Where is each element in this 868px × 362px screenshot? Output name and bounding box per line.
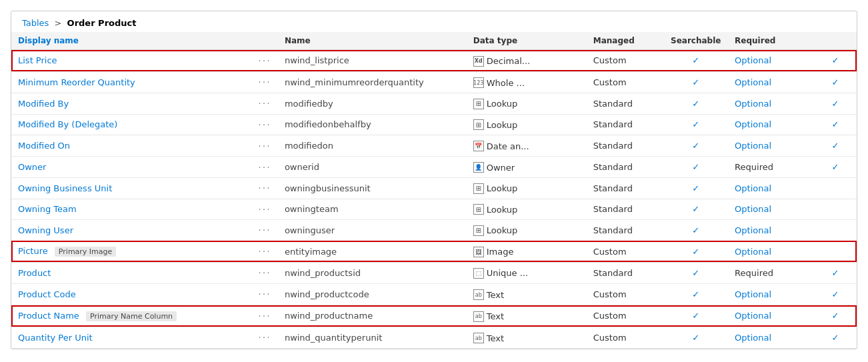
cell-dots[interactable]: ··· xyxy=(251,220,278,241)
type-icon-container: 123 Whole ... xyxy=(473,77,525,88)
cell-dots[interactable]: ··· xyxy=(251,241,278,262)
cell-managed: Standard xyxy=(587,178,664,199)
searchable-check: ✓ xyxy=(692,311,699,321)
cell-dots[interactable]: ··· xyxy=(251,135,278,157)
breadcrumb-separator: > xyxy=(55,18,62,28)
cell-check: ✓ xyxy=(814,327,857,349)
cell-check: ✓ xyxy=(814,305,857,327)
cell-dots[interactable]: ··· xyxy=(251,50,278,72)
table-row[interactable]: Product Code ··· nwind_productcode ab Te… xyxy=(11,283,857,305)
display-name-text: Owner xyxy=(18,162,46,172)
display-name-text: Owning User xyxy=(18,225,73,235)
cell-searchable: ✓ xyxy=(663,327,728,349)
type-icon-container: ⊞ Lookup xyxy=(473,183,518,194)
table-row[interactable]: Owner ··· ownerid 👤 Owner Standard ✓ Req… xyxy=(11,157,857,178)
cell-searchable: ✓ xyxy=(663,199,728,220)
cell-check: ✓ xyxy=(814,93,857,115)
type-text: Text xyxy=(487,311,504,321)
cell-display-name: Owning User xyxy=(11,220,251,241)
cell-dots[interactable]: ··· xyxy=(251,283,278,305)
type-icon-container: ⊞ Lookup xyxy=(473,225,518,236)
table-row[interactable]: Owning Team ··· owningteam ⊞ Lookup Stan… xyxy=(11,199,857,220)
cell-dots[interactable]: ··· xyxy=(251,305,278,327)
searchable-check: ✓ xyxy=(692,119,699,129)
table-row[interactable]: Product ··· nwind_productsid ⬚ Unique ..… xyxy=(11,262,857,283)
col-header-required: Required xyxy=(728,32,814,50)
cell-managed: Custom xyxy=(587,50,664,72)
cell-dots[interactable]: ··· xyxy=(251,178,278,199)
cell-dots[interactable]: ··· xyxy=(251,157,278,178)
tables-link[interactable]: Tables xyxy=(22,18,49,28)
type-text: Lookup xyxy=(487,225,518,235)
table-row[interactable]: Modified By (Delegate) ··· modifiedonbeh… xyxy=(11,114,857,135)
row-check: ✓ xyxy=(831,289,839,299)
cell-searchable: ✓ xyxy=(663,114,728,135)
type-icon-container: ab Text xyxy=(473,333,504,343)
cell-type: 123 Whole ... xyxy=(467,71,587,93)
type-icon-container: ⊞ Lookup xyxy=(473,204,518,215)
row-check: ✓ xyxy=(831,55,839,65)
type-text: Unique ... xyxy=(487,268,528,278)
searchable-check: ✓ xyxy=(692,247,699,257)
searchable-check: ✓ xyxy=(692,55,699,65)
cell-searchable: ✓ xyxy=(663,50,728,72)
breadcrumb: Tables > Order Product xyxy=(11,11,857,32)
type-text: Lookup xyxy=(487,183,518,193)
cell-check: ✓ xyxy=(814,135,857,157)
cell-searchable: ✓ xyxy=(663,178,728,199)
cell-display-name: Modified By (Delegate) xyxy=(11,114,251,135)
cell-dots[interactable]: ··· xyxy=(251,71,278,93)
table-row[interactable]: Minimum Reorder Quantity ··· nwind_minim… xyxy=(11,71,857,93)
cell-check xyxy=(814,178,857,199)
display-name-text: Modified On xyxy=(18,141,70,151)
cell-logical-name: nwind_productname xyxy=(278,305,467,327)
cell-display-name: Product Name Primary Name Column xyxy=(11,305,251,327)
cell-dots[interactable]: ··· xyxy=(251,327,278,349)
table-row[interactable]: Owning Business Unit ··· owningbusinessu… xyxy=(11,178,857,199)
table-row[interactable]: Modified On ··· modifiedon 📅 Date an... … xyxy=(11,135,857,157)
cell-required: Optional xyxy=(728,241,814,262)
type-text: Decimal... xyxy=(487,56,530,66)
type-text: Whole ... xyxy=(487,78,525,88)
cell-type: 🖼 Image xyxy=(467,241,587,262)
display-name-text: Product Name xyxy=(18,311,79,321)
cell-searchable: ✓ xyxy=(663,305,728,327)
table-row[interactable]: Owning User ··· owninguser ⊞ Lookup Stan… xyxy=(11,220,857,241)
cell-searchable: ✓ xyxy=(663,220,728,241)
cell-type: ⬚ Unique ... xyxy=(467,262,587,283)
cell-logical-name: nwind_productsid xyxy=(278,262,467,283)
cell-dots[interactable]: ··· xyxy=(251,199,278,220)
cell-searchable: ✓ xyxy=(663,283,728,305)
type-icon-container: ⊞ Lookup xyxy=(473,119,518,130)
cell-managed: Custom xyxy=(587,283,664,305)
type-icon-container: 👤 Owner xyxy=(473,162,515,173)
table-row[interactable]: Modified By ··· modifiedby ⊞ Lookup Stan… xyxy=(11,93,857,115)
cell-display-name: Quantity Per Unit xyxy=(11,327,251,349)
cell-required: Required xyxy=(728,262,814,283)
cell-logical-name: nwind_minimumreorderquantity xyxy=(278,71,467,93)
cell-check: ✓ xyxy=(814,114,857,135)
table-row[interactable]: Quantity Per Unit ··· nwind_quantityperu… xyxy=(11,327,857,349)
type-text: Lookup xyxy=(487,205,518,215)
cell-dots[interactable]: ··· xyxy=(251,114,278,135)
table-row[interactable]: Product Name Primary Name Column ··· nwi… xyxy=(11,305,857,327)
cell-display-name: Owning Team xyxy=(11,199,251,220)
cell-display-name: Modified By xyxy=(11,93,251,115)
cell-required: Optional xyxy=(728,327,814,349)
cell-managed: Standard xyxy=(587,262,664,283)
main-container: Tables > Order Product Display name Name… xyxy=(11,11,857,349)
table-row[interactable]: List Price ··· nwind_listprice Xd Decima… xyxy=(11,50,857,72)
badge: Primary Name Column xyxy=(86,311,177,321)
cell-display-name: Picture Primary Image xyxy=(11,241,251,262)
cell-managed: Standard xyxy=(587,135,664,157)
cell-dots[interactable]: ··· xyxy=(251,262,278,283)
type-text: Text xyxy=(487,333,504,343)
cell-required: Optional xyxy=(728,71,814,93)
cell-display-name: Modified On xyxy=(11,135,251,157)
cell-dots[interactable]: ··· xyxy=(251,93,278,115)
type-icon-container: ab Text xyxy=(473,289,504,300)
cell-required: Required xyxy=(728,157,814,178)
table-row[interactable]: Picture Primary Image ··· entityimage 🖼 … xyxy=(11,241,857,262)
type-icon-container: Xd Decimal... xyxy=(473,56,530,67)
col-header-managed: Managed xyxy=(587,32,664,50)
